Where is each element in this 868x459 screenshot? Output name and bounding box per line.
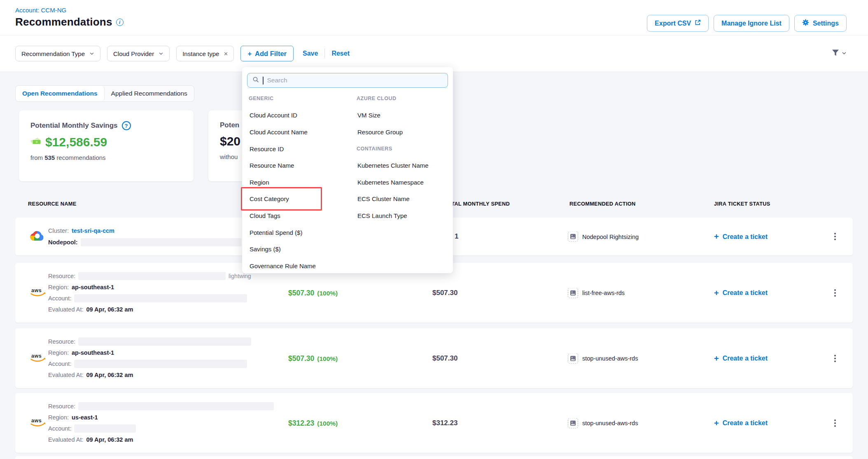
export-csv-label: Export CSV (655, 20, 691, 27)
field-label: Account: (48, 295, 71, 302)
create-ticket-label: Create a ticket (723, 419, 768, 427)
help-icon[interactable]: ? (122, 121, 131, 130)
field-label: Resource: (48, 273, 75, 279)
create-ticket-button[interactable]: +Create a ticket (714, 232, 768, 241)
reset-filter-button[interactable]: Reset (331, 50, 350, 57)
search-input[interactable]: Search (247, 73, 448, 88)
field-label: Resource: (48, 338, 75, 345)
resource-line: Region:ap-southeast-1 (48, 347, 251, 358)
recommended-action-label: stop-unused-aws-rds (582, 420, 638, 426)
create-ticket-label: Create a ticket (723, 355, 768, 362)
add-filter-button[interactable]: + Add Filter (240, 46, 294, 61)
redacted-value (78, 272, 226, 280)
resource-line: Account: (48, 358, 251, 370)
filter-option-vm-size[interactable]: VM Size (357, 107, 450, 124)
resource-details: Resource:lightwingRegion:ap-southeast-1A… (48, 271, 251, 315)
tab-applied-recommendations[interactable]: Applied Recommendations (105, 86, 194, 101)
next-row-edge (15, 456, 853, 459)
savings-card-subtitle: from 535 recommendations (30, 154, 182, 161)
savings-card-value: $12,586.59 (45, 135, 107, 149)
resource-line: Evaluated At:09 Apr, 06:32 am (48, 304, 251, 315)
settings-button[interactable]: Settings (794, 15, 847, 32)
filter-option-kubernetes-namespace[interactable]: Kubernetes Namespace (357, 174, 450, 191)
filter-option-cloud-account-name[interactable]: Cloud Account Name (249, 124, 352, 141)
field-label: Region: (48, 284, 69, 290)
manage-ignore-list-button[interactable]: Manage Ignore List (714, 15, 789, 32)
search-icon (252, 76, 259, 84)
filter-option-ecs-cluster-name[interactable]: ECS Cluster Name (357, 191, 450, 208)
recommended-action-label: list-free-aws-rds (582, 290, 625, 296)
filter-option-kubernetes-cluster-name[interactable]: Kubernetes Cluster Name (357, 157, 450, 174)
svg-text:aws: aws (31, 353, 42, 358)
aws-logo-icon: aws (30, 286, 47, 299)
resource-link[interactable]: test-sri-qa-ccm (72, 227, 114, 234)
remove-filter-icon[interactable]: × (224, 50, 228, 57)
field-label: Region: (48, 349, 69, 356)
filter-chip-label: Cloud Provider (113, 50, 154, 57)
create-ticket-button[interactable]: +Create a ticket (714, 288, 768, 297)
filter-chip-instance-type[interactable]: Instance type× (176, 46, 234, 61)
filter-option-savings[interactable]: Savings ($) (249, 241, 352, 258)
recommendation-row[interactable]: awsResource:Region:ap-southeast-1Account… (15, 328, 853, 388)
total-monthly-spend-value: $312.23 (432, 419, 457, 427)
filter-chip-label: Instance type (182, 50, 219, 57)
export-csv-button[interactable]: Export CSV (647, 15, 709, 32)
savings-amount: $507.30 (288, 354, 314, 362)
divider (324, 49, 325, 59)
breadcrumb-account-link[interactable]: Account: CCM-NG (15, 7, 66, 14)
tab-open-recommendations[interactable]: Open Recommendations (16, 86, 105, 101)
field-value: us-east-1 (72, 414, 98, 421)
row-overflow-menu-icon[interactable] (832, 230, 838, 244)
resource-line: Account: (48, 423, 274, 434)
action-image-placeholder-icon (568, 288, 578, 298)
settings-label: Settings (813, 20, 839, 27)
filter-option-cloud-account-id[interactable]: Cloud Account ID (249, 107, 352, 124)
redacted-value (78, 402, 274, 410)
filter-chips: Recommendation TypeCloud ProviderInstanc… (15, 46, 234, 61)
filter-chip-recommendation-type[interactable]: Recommendation Type (15, 46, 100, 61)
monthly-savings-value: $312.23(100%) (288, 419, 338, 427)
recommended-action: stop-unused-aws-rds (568, 353, 638, 363)
resource-line: Resource:lightwing (48, 271, 251, 282)
resource-line: Evaluated At:09 Apr, 06:32 am (48, 434, 274, 445)
row-overflow-menu-icon[interactable] (832, 351, 838, 365)
svg-text:aws: aws (31, 287, 42, 293)
field-value: 09 Apr, 06:32 am (86, 306, 133, 313)
dropdown-column-left: GENERICCloud Account IDCloud Account Nam… (249, 90, 352, 274)
gear-icon (802, 19, 809, 28)
dropdown-section-heading: CONTAINERS (357, 141, 450, 157)
resource-line: Nodepool: (48, 237, 241, 248)
row-overflow-menu-icon[interactable] (832, 416, 838, 430)
partial-text: lightwing (229, 273, 251, 279)
filter-menu-button[interactable] (831, 49, 847, 58)
filter-option-governance-rule-name[interactable]: Governance Rule Name (249, 258, 352, 274)
savings-percent: (100%) (317, 419, 338, 426)
dropdown-column-right: AZURE CLOUDVM SizeResource GroupCONTAINE… (357, 90, 450, 224)
save-filter-button[interactable]: Save (303, 50, 318, 57)
recommendation-row[interactable]: awsResource:Region:us-east-1Account:Eval… (15, 393, 853, 453)
create-ticket-button[interactable]: +Create a ticket (714, 418, 768, 428)
redacted-value (74, 294, 247, 302)
row-overflow-menu-icon[interactable] (832, 286, 838, 300)
filter-option-ecs-launch-type[interactable]: ECS Launch Type (357, 207, 450, 224)
column-header-total-monthly-spend: TOTAL MONTHLY SPEND (444, 201, 510, 207)
filter-option-resource-id[interactable]: Resource ID (249, 141, 352, 157)
savings-percent: (100%) (317, 355, 338, 362)
create-ticket-button[interactable]: +Create a ticket (714, 354, 768, 363)
total-monthly-spend-value: 1 (455, 232, 458, 241)
filter-option-potential-spend[interactable]: Potential Spend ($) (249, 224, 352, 241)
page-title-row: Recommendations i (15, 16, 124, 28)
filter-option-resource-group[interactable]: Resource Group (357, 124, 450, 141)
field-label: Cluster: (48, 227, 69, 234)
resource-line: Region:ap-southeast-1 (48, 282, 251, 293)
filter-chip-cloud-provider[interactable]: Cloud Provider (107, 46, 170, 61)
filter-option-resource-name[interactable]: Resource Name (249, 157, 352, 174)
column-header-jira-ticket-status: JIRA TICKET STATUS (714, 201, 770, 207)
annotation-highlight-box (241, 187, 322, 211)
recommended-action: Nodepool Rightsizing (568, 232, 639, 242)
info-icon[interactable]: i (116, 19, 124, 26)
field-value: 09 Apr, 06:32 am (86, 436, 133, 443)
resource-details: Cluster:test-sri-qa-ccmNodepool: (48, 225, 241, 248)
field-value: ap-southeast-1 (72, 349, 114, 356)
resource-line: Resource: (48, 336, 251, 347)
